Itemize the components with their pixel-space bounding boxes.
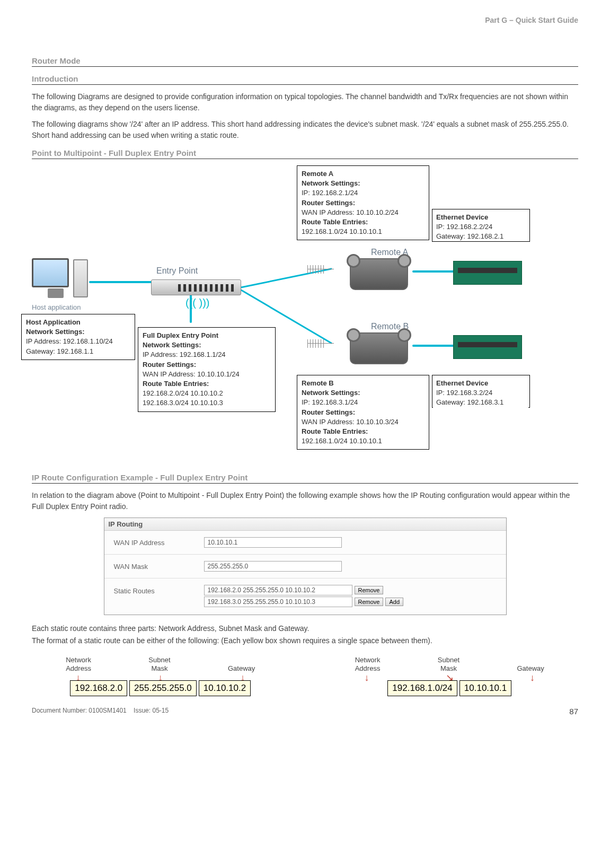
entry-point-label: Entry Point — [156, 266, 198, 276]
entry-point-info: Full Duplex Entry Point Network Settings… — [138, 327, 276, 412]
remote-a-wan: WAN IP Address: 10.10.10.2/24 — [302, 208, 425, 217]
sr1-box-net: 192.168.2.0 — [70, 680, 127, 696]
add-route-button[interactable]: Add — [385, 598, 403, 606]
sr1-box-gw: 10.10.10.2 — [199, 680, 251, 696]
ep-rtehdr: Route Table Entries: — [143, 379, 271, 389]
topology-diagram: Remote A Network Settings: IP: 192.168.2… — [32, 165, 578, 510]
ip-routing-panel: IP Routing WAN IP Address WAN Mask Stati… — [104, 518, 507, 615]
page-number: 87 — [569, 707, 578, 716]
sr1-gw: Gateway — [228, 664, 255, 672]
antenna-b — [307, 343, 334, 344]
static-route-note-2: The format of a static route can be eith… — [32, 635, 578, 646]
static-routes-label: Static Routes — [114, 585, 204, 595]
host-app-info: Host Application Network Settings: IP Ad… — [21, 314, 135, 360]
sr1-addr: Address — [66, 664, 91, 672]
page-header: Part G – Quick Start Guide — [32, 16, 578, 24]
eth-a-device — [453, 261, 522, 285]
sr-example-1: NetworkAddress SubnetMask Gateway ↓↓↓ 19… — [37, 656, 284, 696]
remote-a-routerhdr: Router Settings: — [302, 198, 425, 208]
remote-a-info: Remote A Network Settings: IP: 192.168.2… — [297, 165, 429, 240]
remote-b-title: Remote B — [302, 379, 425, 388]
ep-routerhdr: Router Settings: — [143, 360, 271, 370]
host-app-title: Host Application — [26, 318, 130, 327]
antenna-a — [307, 269, 334, 270]
issue-number: Issue: 05-15 — [134, 707, 169, 714]
sr2-net: Network — [355, 656, 381, 664]
sr2-addr: Address — [355, 664, 381, 672]
host-app-nethdr: Network Settings: — [26, 327, 130, 337]
arrow-icon: ↓ — [530, 676, 535, 680]
host-app-ip: IP Address: 192.168.1.10/24 — [26, 337, 130, 346]
sr2-sub: Subnet — [438, 656, 459, 664]
eth-b-gw: Gateway: 192.168.3.1 — [436, 398, 525, 407]
wan-ip-input[interactable] — [204, 537, 342, 548]
eth-b-device — [453, 335, 522, 359]
section-router-mode: Router Mode — [32, 56, 578, 67]
wifi-icon: ((( ))) — [185, 297, 210, 309]
eth-b-ip: IP: 192.168.3.2/24 — [436, 388, 525, 398]
section-p2mp: Point to Multipoint - Full Duplex Entry … — [32, 148, 578, 159]
remote-b-ip: IP: 192.168.3.1/24 — [302, 398, 425, 407]
remove-route-1-button[interactable]: Remove — [355, 586, 384, 594]
remote-a-rte: 192.168.1.0/24 10.10.10.1 — [302, 227, 425, 236]
entry-point-device — [151, 279, 241, 295]
sr1-mask: Mask — [151, 664, 167, 672]
remote-a-ip: IP: 192.168.2.1/24 — [302, 188, 425, 198]
section-introduction: Introduction — [32, 74, 578, 85]
remote-a-title: Remote A — [302, 169, 425, 179]
host-label: Host application — [32, 303, 81, 311]
sr2-mask: Mask — [440, 664, 457, 672]
wan-mask-label: WAN Mask — [114, 563, 204, 571]
ep-wan: WAN IP Address: 10.10.10.1/24 — [143, 370, 271, 379]
host-monitor-icon — [32, 258, 79, 306]
page-footer: Document Number: 0100SM1401 Issue: 05-15… — [32, 707, 578, 716]
ep-ip: IP Address: 192.168.1.1/24 — [143, 350, 271, 360]
sr2-gw: Gateway — [517, 664, 544, 672]
sr-example-2: NetworkAddress SubnetMask Gateway ↓↘↓ 19… — [326, 656, 573, 696]
eth-a-border — [432, 209, 530, 242]
sr2-box-gw: 10.10.10.1 — [459, 680, 511, 696]
doc-number: Document Number: 0100SM1401 — [32, 707, 127, 714]
sr1-net: Network — [66, 656, 91, 664]
static-route-note-1: Each static route contains three parts: … — [32, 623, 578, 634]
remote-b-rte: 192.168.1.0/24 10.10.10.1 — [302, 436, 425, 446]
wan-ip-label: WAN IP Address — [114, 539, 204, 547]
arrow-icon: ↓ — [76, 676, 81, 680]
remote-b-wan: WAN IP Address: 10.10.10.3/24 — [302, 417, 425, 427]
ep-title: Full Duplex Entry Point — [143, 331, 271, 340]
eth-b-info: Ethernet Device IP: 192.168.3.2/24 Gatew… — [433, 376, 528, 410]
arrow-icon: ↓ — [365, 676, 369, 680]
ep-nethdr: Network Settings: — [143, 340, 271, 350]
sr1-sub: Subnet — [148, 656, 170, 664]
static-route-2-input[interactable] — [204, 597, 352, 607]
static-route-format-examples: NetworkAddress SubnetMask Gateway ↓↓↓ 19… — [37, 656, 573, 696]
ep-rte2: 192.168.3.0/24 10.10.10.3 — [143, 398, 271, 408]
sr1-box-mask: 255.255.255.0 — [129, 680, 197, 696]
host-app-gw: Gateway: 192.168.1.1 — [26, 347, 130, 356]
remote-b-nethdr: Network Settings: — [302, 388, 425, 398]
remote-b-routerhdr: Router Settings: — [302, 408, 425, 417]
remote-a-device — [350, 258, 408, 290]
ep-rte1: 192.168.2.0/24 10.10.10.2 — [143, 389, 271, 398]
intro-paragraph-2: The following diagrams show '/24' after … — [32, 119, 578, 141]
static-route-1-input[interactable] — [204, 585, 352, 595]
remove-route-2-button[interactable]: Remove — [355, 598, 384, 606]
remote-a-rtehdr: Route Table Entries: — [302, 217, 425, 227]
arrow-icon: ↓ — [240, 676, 245, 680]
remote-a-nethdr: Network Settings: — [302, 179, 425, 188]
ip-routing-header: IP Routing — [104, 518, 506, 531]
remote-b-rtehdr: Route Table Entries: — [302, 427, 425, 436]
arrow-icon: ↘ — [446, 676, 454, 680]
remote-b-info: Remote B Network Settings: IP: 192.168.3… — [297, 375, 429, 450]
intro-paragraph-1: The following Diagrams are designed to p… — [32, 91, 578, 113]
sr2-box-net: 192.168.1.0/24 — [387, 680, 457, 696]
eth-b-title: Ethernet Device — [436, 379, 525, 388]
arrow-icon: ↓ — [158, 676, 163, 680]
wan-mask-input[interactable] — [204, 561, 342, 572]
remote-b-device — [350, 332, 408, 364]
